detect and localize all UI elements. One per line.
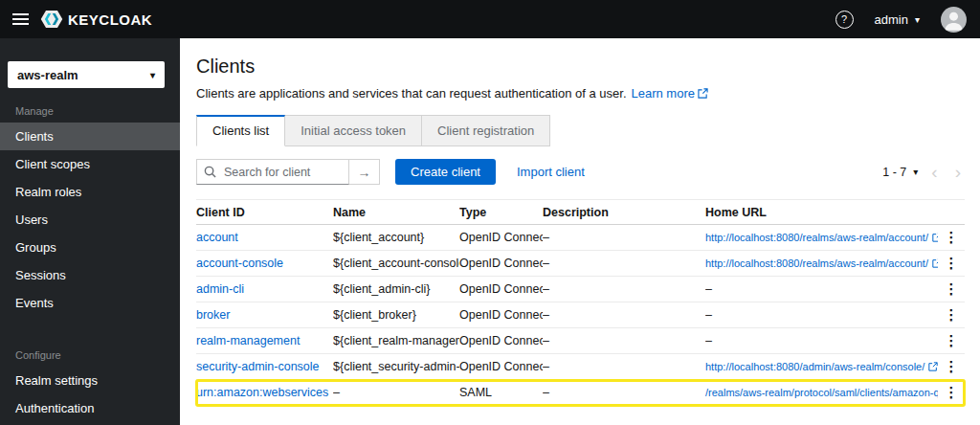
kebab-menu-button[interactable]: ⋮: [938, 229, 965, 246]
client-id-link[interactable]: account-console: [196, 257, 283, 270]
user-avatar[interactable]: [941, 7, 967, 33]
client-name: ${client_account}: [333, 231, 459, 244]
learn-more-link[interactable]: Learn more: [632, 86, 708, 101]
client-description: –: [543, 257, 705, 270]
column-header-home-url: Home URL: [705, 206, 938, 219]
realm-selector[interactable]: aws-realm ▾: [8, 61, 165, 88]
client-description: –: [543, 334, 705, 347]
external-link-icon: [928, 362, 938, 371]
tab-clients-list[interactable]: Clients list: [196, 115, 285, 146]
client-home-url: –: [705, 308, 938, 322]
kebab-menu-button[interactable]: ⋮: [938, 332, 965, 349]
home-url-link[interactable]: http://localhost:8080/realms/aws-realm/a…: [705, 257, 928, 269]
kebab-menu-button[interactable]: ⋮: [938, 384, 965, 401]
client-type: OpenID Connect: [459, 308, 543, 322]
caret-down-icon: ▾: [913, 167, 918, 177]
client-id-link[interactable]: admin-cli: [196, 282, 244, 296]
help-icon[interactable]: ?: [835, 11, 854, 29]
page-title: Clients: [196, 56, 965, 78]
client-description: –: [543, 282, 705, 296]
client-name: ${client_account-console}: [333, 257, 459, 270]
table-row: realm-management ${client_realm-managem……: [196, 328, 965, 354]
hamburger-menu-button[interactable]: [0, 0, 40, 38]
table-row: admin-cli ${client_admin-cli} OpenID Con…: [196, 277, 965, 302]
client-id-link[interactable]: broker: [196, 308, 230, 322]
external-link-icon: [698, 88, 708, 99]
sidebar-item-groups[interactable]: Groups: [0, 234, 180, 261]
masthead-right: ? admin ▾: [835, 7, 980, 33]
client-type: OpenID Connect: [459, 257, 543, 270]
sidebar-item-authentication[interactable]: Authentication: [0, 394, 180, 422]
table-header-row: Client ID Name Type Description Home URL: [196, 199, 965, 225]
nav-section-label: Configure: [0, 317, 180, 367]
kebab-menu-button[interactable]: ⋮: [938, 255, 965, 272]
home-url-link[interactable]: http://localhost:8080/admin/aws-realm/co…: [705, 361, 924, 372]
client-description: –: [543, 231, 705, 244]
client-name: ${client_realm-managem…: [333, 334, 459, 347]
table-row: security-admin-console ${client_security…: [196, 354, 965, 380]
search-input[interactable]: [196, 159, 349, 185]
nav-section-configure: Configure Realm settings Authentication: [0, 317, 180, 422]
table-row: account-console ${client_account-console…: [196, 251, 965, 277]
home-url-link[interactable]: /realms/aws-realm/protocol/saml/clients/…: [705, 387, 938, 398]
prev-page-button[interactable]: ‹: [927, 163, 941, 181]
client-name: –: [333, 386, 459, 399]
client-name: ${client_security-admin-…: [333, 360, 459, 373]
table-row: broker ${client_broker} OpenID Connect –…: [196, 302, 965, 328]
column-header-type: Type: [459, 206, 543, 219]
tab-client-registration[interactable]: Client registration: [422, 115, 550, 146]
sidebar: aws-realm ▾ Manage Clients Client scopes…: [0, 38, 180, 425]
toolbar: → Create client Import client 1 - 7 ▾ ‹ …: [196, 159, 965, 185]
client-type: OpenID Connect: [459, 334, 543, 347]
username: admin: [875, 12, 908, 27]
sidebar-item-realm-settings[interactable]: Realm settings: [0, 367, 180, 394]
caret-down-icon: ▾: [915, 14, 920, 25]
client-home-url: –: [705, 282, 938, 296]
user-avatar-icon: [941, 7, 967, 33]
pagination-label: 1 - 7: [882, 166, 906, 179]
clients-table: Client ID Name Type Description Home URL…: [196, 199, 965, 406]
pagination: 1 - 7 ▾ ‹ ›: [882, 163, 965, 181]
next-page-button[interactable]: ›: [951, 163, 965, 181]
nav-section-manage: Manage Clients Client scopes Realm roles…: [0, 88, 180, 317]
user-menu-button[interactable]: admin ▾: [875, 12, 920, 27]
pagination-dropdown[interactable]: 1 - 7 ▾: [882, 166, 918, 179]
page-description: Clients are applications and services th…: [196, 86, 627, 101]
client-type: OpenID Connect: [459, 231, 543, 244]
column-header-name: Name: [333, 206, 459, 219]
tabs: Clients list Initial access token Client…: [196, 115, 965, 146]
kebab-menu-button[interactable]: ⋮: [938, 306, 965, 324]
client-id-link[interactable]: account: [196, 231, 238, 244]
table-row-highlighted: urn:amazon:webservices – SAML – /realms/…: [196, 380, 965, 406]
client-id-link[interactable]: realm-management: [196, 334, 300, 347]
keycloak-brand[interactable]: KEYCLOAK: [40, 8, 152, 31]
client-id-link[interactable]: urn:amazon:webservices: [196, 386, 328, 399]
nav-section-label: Manage: [0, 88, 180, 123]
hamburger-icon: [12, 13, 29, 25]
sidebar-item-events[interactable]: Events: [0, 289, 180, 317]
sidebar-item-sessions[interactable]: Sessions: [0, 261, 180, 289]
client-id-link[interactable]: security-admin-console: [196, 360, 320, 373]
keycloak-logo-icon: [40, 8, 63, 31]
table-row: account ${client_account} OpenID Connect…: [196, 225, 965, 251]
create-client-button[interactable]: Create client: [395, 159, 496, 185]
sidebar-item-clients[interactable]: Clients: [0, 123, 180, 150]
caret-down-icon: ▾: [150, 70, 155, 80]
search-submit-button[interactable]: →: [349, 159, 380, 185]
brand-text: KEYCLOAK: [68, 11, 152, 28]
sidebar-item-realm-roles[interactable]: Realm roles: [0, 178, 180, 206]
import-client-link[interactable]: Import client: [517, 165, 585, 179]
kebab-menu-button[interactable]: ⋮: [938, 280, 965, 298]
column-header-description: Description: [543, 206, 705, 219]
realm-name: aws-realm: [17, 68, 78, 82]
client-name: ${client_admin-cli}: [333, 282, 459, 296]
kebab-menu-button[interactable]: ⋮: [938, 358, 965, 375]
keycloak-admin-console: KEYCLOAK ? admin ▾ aws-realm ▾: [0, 0, 980, 425]
client-name: ${client_broker}: [333, 308, 459, 322]
home-url-link[interactable]: http://localhost:8080/realms/aws-realm/a…: [705, 232, 928, 243]
sidebar-item-users[interactable]: Users: [0, 206, 180, 234]
sidebar-item-client-scopes[interactable]: Client scopes: [0, 150, 180, 178]
client-description: –: [543, 360, 705, 373]
client-description: –: [543, 308, 705, 322]
tab-initial-access-token[interactable]: Initial access token: [285, 115, 422, 146]
